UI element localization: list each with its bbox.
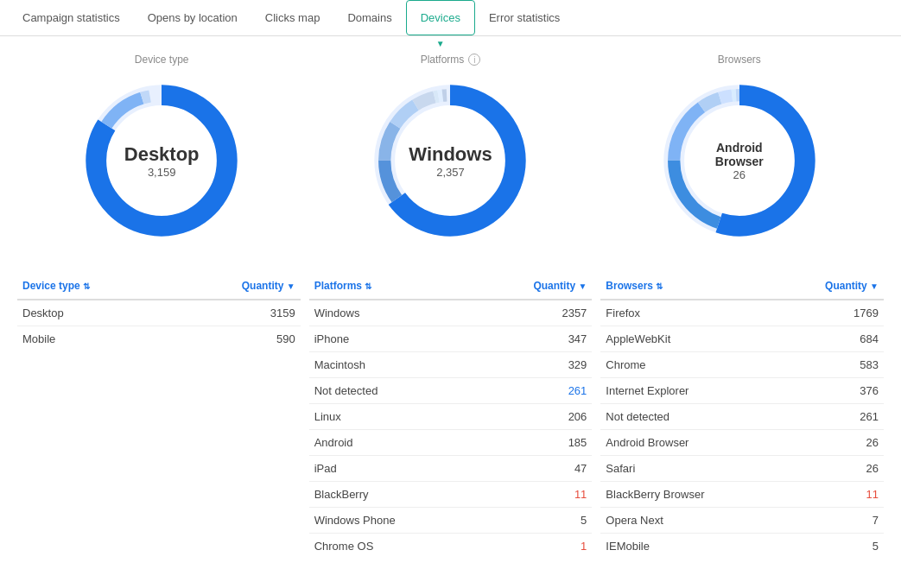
- device-type-table-section: Device type ⇅ Quantity ▼ Desktop3159Mobi…: [17, 273, 301, 559]
- device-type-col-header[interactable]: Device type ⇅: [17, 273, 173, 300]
- browsers-qty-header[interactable]: Quantity ▼: [779, 273, 884, 300]
- platforms-chart-section: Platforms i: [306, 54, 594, 247]
- table-row: Internet Explorer376: [600, 378, 884, 404]
- row-qty: 26: [779, 456, 884, 482]
- tab-error-statistics[interactable]: Error statistics: [475, 1, 574, 36]
- row-qty: 11: [476, 482, 593, 508]
- row-qty: 590: [173, 326, 301, 352]
- table-row: AppleWebKit684: [600, 326, 884, 352]
- device-type-chart-title: Device type: [135, 54, 189, 66]
- row-qty: 684: [779, 326, 884, 352]
- table-row: Chrome OS1: [309, 534, 593, 560]
- table-row: Desktop3159: [17, 300, 301, 326]
- table-row: IEMobile5: [600, 534, 884, 560]
- row-name: iPad: [309, 456, 476, 482]
- table-row: Safari26: [600, 456, 884, 482]
- table-row: Mobile590: [17, 326, 301, 352]
- table-row: iPhone347: [309, 326, 593, 352]
- table-row: Linux206: [309, 404, 593, 430]
- device-type-qty-sort-icon[interactable]: ▼: [287, 281, 295, 291]
- device-type-donut: Desktop 3,159: [75, 74, 248, 247]
- row-qty: 185: [476, 430, 593, 456]
- tab-clicks-map[interactable]: Clicks map: [251, 1, 334, 36]
- row-qty: 261: [779, 404, 884, 430]
- table-row: Chrome583: [600, 352, 884, 378]
- browsers-donut-label: Android Browser 26: [696, 141, 783, 181]
- browsers-chart-title: Browsers: [718, 54, 761, 66]
- row-name: Chrome: [600, 352, 779, 378]
- browsers-table-section: Browsers ⇅ Quantity ▼ Firefox1769AppleWe…: [600, 273, 884, 559]
- table-row: Android185: [309, 430, 593, 456]
- row-qty: 2357: [476, 300, 593, 326]
- row-name: iPhone: [309, 326, 476, 352]
- platforms-table: Platforms ⇅ Quantity ▼ Windows2357iPhone…: [309, 273, 593, 559]
- row-qty: 5: [779, 534, 884, 560]
- platforms-donut-label: Windows 2,357: [409, 143, 492, 179]
- device-type-chart-section: Device type Desktop 3,159: [17, 54, 306, 247]
- row-qty: 26: [779, 430, 884, 456]
- row-name: Not detected: [309, 378, 476, 404]
- row-qty: 329: [476, 352, 593, 378]
- row-name: Windows: [309, 300, 476, 326]
- platforms-info-icon[interactable]: i: [468, 54, 480, 66]
- table-row: Opera Next7: [600, 508, 884, 534]
- browsers-qty-sort-icon[interactable]: ▼: [870, 281, 879, 291]
- platforms-qty-sort-icon[interactable]: ▼: [578, 281, 587, 291]
- tab-domains[interactable]: Domains: [333, 1, 405, 36]
- device-type-qty-header[interactable]: Quantity ▼: [173, 273, 301, 300]
- device-type-donut-label: Desktop 3,159: [124, 143, 200, 179]
- table-row: Windows Phone5: [309, 508, 593, 534]
- browsers-col-header[interactable]: Browsers ⇅: [600, 273, 779, 300]
- row-name: BlackBerry: [309, 482, 476, 508]
- device-type-table: Device type ⇅ Quantity ▼ Desktop3159Mobi…: [17, 273, 301, 351]
- table-row: BlackBerry Browser11: [600, 482, 884, 508]
- row-qty: 5: [476, 508, 593, 534]
- navigation-tabs: Campaign statistics Opens by location Cl…: [0, 0, 901, 36]
- device-type-sort-icon[interactable]: ⇅: [83, 281, 90, 291]
- table-row: iPad47: [309, 456, 593, 482]
- table-row: Not detected261: [309, 378, 593, 404]
- row-qty: 583: [779, 352, 884, 378]
- row-qty: 347: [476, 326, 593, 352]
- table-row: Macintosh329: [309, 352, 593, 378]
- row-name: IEMobile: [600, 534, 779, 560]
- row-name: Android Browser: [600, 430, 779, 456]
- charts-row: Device type Desktop 3,159: [17, 54, 884, 247]
- row-name: Safari: [600, 456, 779, 482]
- row-name: Not detected: [600, 404, 779, 430]
- row-qty: 261: [476, 378, 593, 404]
- platforms-qty-header[interactable]: Quantity ▼: [476, 273, 593, 300]
- tab-devices[interactable]: Devices: [406, 0, 475, 35]
- row-name: Mobile: [17, 326, 173, 352]
- row-name: Android: [309, 430, 476, 456]
- table-row: Windows2357: [309, 300, 593, 326]
- row-name: Linux: [309, 404, 476, 430]
- row-name: BlackBerry Browser: [600, 482, 779, 508]
- row-name: Macintosh: [309, 352, 476, 378]
- platforms-col-header[interactable]: Platforms ⇅: [309, 273, 476, 300]
- row-name: Internet Explorer: [600, 378, 779, 404]
- row-name: Opera Next: [600, 508, 779, 534]
- table-row: BlackBerry11: [309, 482, 593, 508]
- row-name: Firefox: [600, 300, 779, 326]
- tables-row: Device type ⇅ Quantity ▼ Desktop3159Mobi…: [17, 273, 884, 559]
- tab-campaign-statistics[interactable]: Campaign statistics: [9, 1, 134, 36]
- row-qty: 376: [779, 378, 884, 404]
- row-name: AppleWebKit: [600, 326, 779, 352]
- tab-opens-by-location[interactable]: Opens by location: [134, 1, 251, 36]
- main-content: Device type Desktop 3,159: [0, 36, 901, 576]
- browsers-sort-icon[interactable]: ⇅: [656, 281, 663, 291]
- browsers-chart-section: Browsers: [595, 54, 884, 247]
- table-row: Android Browser26: [600, 430, 884, 456]
- row-qty: 47: [476, 456, 593, 482]
- row-name: Windows Phone: [309, 508, 476, 534]
- row-name: Desktop: [17, 300, 173, 326]
- row-qty: 1769: [779, 300, 884, 326]
- browsers-donut: Android Browser 26: [653, 74, 826, 247]
- row-qty: 206: [476, 404, 593, 430]
- platforms-sort-icon[interactable]: ⇅: [365, 281, 371, 291]
- row-qty: 1: [476, 534, 593, 560]
- row-qty: 3159: [173, 300, 301, 326]
- row-name: Chrome OS: [309, 534, 476, 560]
- table-row: Not detected261: [600, 404, 884, 430]
